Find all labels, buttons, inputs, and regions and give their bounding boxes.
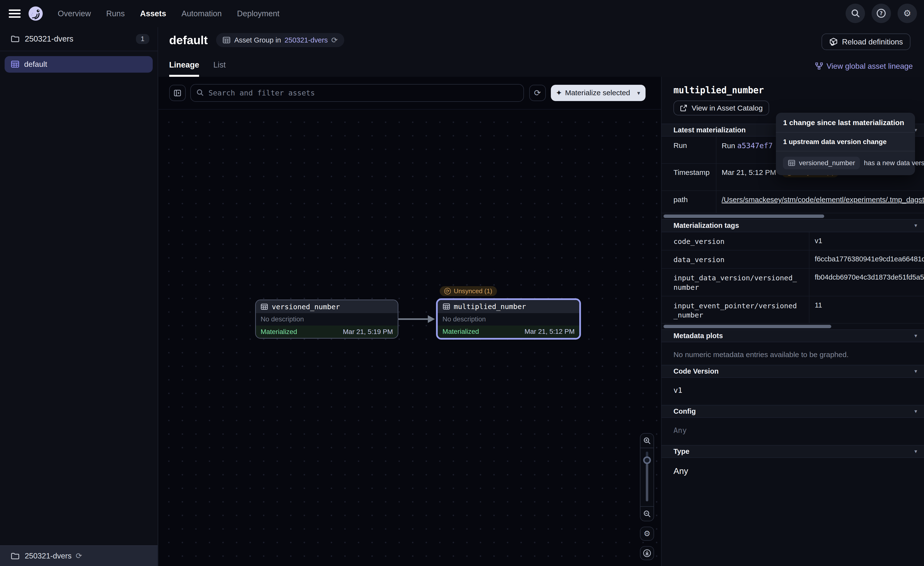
sidebar-footer-label: 250321-dvers	[25, 551, 72, 560]
asset-group-badge-link[interactable]: 250321-dvers	[285, 36, 328, 44]
asset-node-versioned-number[interactable]: versioned_number No description Material…	[255, 300, 398, 339]
nav-item-assets[interactable]: Assets	[140, 9, 166, 18]
search-icon	[850, 9, 860, 18]
materialize-selected-button[interactable]: ✦ Materialize selected ▾	[551, 85, 645, 101]
top-nav: Overview Runs Assets Automation Deployme…	[0, 0, 924, 27]
reload-definitions-icon	[829, 38, 838, 46]
changes-popup: 1 change since last materialization 1 up…	[776, 113, 915, 175]
scrollbar-thumb[interactable]	[663, 214, 825, 218]
latest-path-row: path /Users/smackesey/stm/code/elementl/…	[662, 191, 924, 213]
hamburger-menu-icon[interactable]	[9, 9, 21, 18]
nav-item-runs[interactable]: Runs	[106, 9, 124, 18]
view-global-asset-lineage-label: View global asset lineage	[826, 62, 913, 71]
collapse-caret-icon[interactable]: ▼	[914, 223, 918, 228]
timestamp-value: Mar 21, 5:12 PM	[722, 169, 776, 177]
tag-row: data_version f6ccba1776380941e9cd1ea6648…	[662, 250, 924, 269]
section-title: Config	[674, 407, 914, 415]
zoom-in-button[interactable]	[640, 434, 654, 448]
section-title: Materialization tags	[674, 221, 914, 230]
section-title: Code Version	[674, 367, 914, 375]
zoom-in-icon	[643, 437, 651, 445]
expand-sidebar-button[interactable]	[169, 85, 186, 101]
popup-message: has a new data version	[864, 159, 924, 167]
dot-grid-background	[159, 110, 661, 566]
nav-item-automation[interactable]: Automation	[182, 9, 222, 18]
tag-row: input_event_pointer/versioned_number 11	[662, 297, 924, 324]
sparkle-icon: ✦	[556, 89, 562, 98]
nav-item-overview[interactable]: Overview	[58, 9, 91, 18]
settings-button[interactable]: ⚙	[897, 4, 917, 23]
download-icon	[643, 549, 651, 557]
view-tabs: Lineage List	[169, 60, 226, 77]
asset-chip-label: versioned_number	[799, 159, 855, 167]
sync-icon: ⟳	[534, 88, 541, 98]
asset-detail-title: multiplied_number	[674, 85, 924, 95]
sidebar-item-label: default	[24, 60, 47, 69]
type-value: Any	[662, 458, 924, 487]
sidebar-item-default[interactable]: default	[4, 56, 153, 73]
help-icon	[876, 8, 886, 18]
help-button[interactable]	[872, 4, 891, 23]
zoom-slider[interactable]	[640, 448, 654, 507]
asset-detail-panel: multiplied_number View in Asset Catalog …	[661, 77, 924, 566]
horizontal-scrollbar	[662, 324, 924, 330]
download-graph-button[interactable]	[640, 546, 654, 560]
sidebar: 250321-dvers 1 default 250321-dvers ⟳	[0, 27, 158, 566]
asset-chip[interactable]: versioned_number	[783, 157, 860, 169]
run-prefix: Run	[722, 142, 735, 150]
zoom-out-button[interactable]	[640, 507, 654, 521]
sidebar-footer[interactable]: 250321-dvers ⟳	[0, 545, 158, 566]
lineage-canvas[interactable]: ⟳ ✦ Materialize selected ▾ ⟳	[159, 77, 661, 566]
popup-title: 1 change since last materialization	[783, 119, 908, 127]
lineage-graph-icon	[815, 62, 823, 70]
table-icon	[261, 303, 268, 311]
tab-lineage[interactable]: Lineage	[169, 60, 200, 77]
scrollbar-thumb[interactable]	[663, 325, 831, 328]
reload-location-icon[interactable]: ⟳	[76, 551, 82, 560]
view-global-asset-lineage-link[interactable]: View global asset lineage	[815, 62, 913, 71]
refresh-graph-button[interactable]: ⟳	[529, 85, 546, 101]
materialize-selected-label: Materialize selected	[565, 89, 630, 97]
collapse-caret-icon[interactable]: ▼	[914, 369, 918, 374]
table-icon	[788, 159, 796, 167]
reload-icon[interactable]: ⟳	[332, 36, 338, 45]
app-root: Overview Runs Assets Automation Deployme…	[0, 0, 924, 566]
asset-group-badge: Asset Group in 250321-dvers ⟳	[216, 33, 344, 47]
nav-item-deployment[interactable]: Deployment	[237, 9, 279, 18]
chevron-down-icon[interactable]: ▾	[637, 89, 640, 96]
collapse-caret-icon[interactable]: ▼	[914, 409, 918, 414]
section-materialization-tags: Materialization tags ▼	[662, 219, 924, 232]
section-title: Metadata plots	[674, 332, 914, 340]
unsynced-badge[interactable]: ⟳ Unsynced (1)	[440, 284, 497, 296]
search-icon	[196, 89, 204, 96]
asset-node-status: Materialized	[261, 328, 297, 336]
tag-key: input_event_pointer/versioned_number	[662, 297, 809, 323]
collapse-caret-icon[interactable]: ▼	[914, 449, 918, 454]
gear-icon: ⚙	[903, 8, 911, 18]
folder-icon	[10, 35, 20, 43]
collapse-caret-icon[interactable]: ▼	[914, 333, 918, 339]
tag-value: 11	[809, 297, 924, 323]
tab-list[interactable]: List	[213, 60, 226, 77]
unsynced-icon: ⟳	[444, 288, 451, 294]
sidebar-group-row[interactable]: 250321-dvers 1	[0, 27, 158, 51]
run-id-link[interactable]: a5347ef7	[737, 142, 773, 150]
reload-definitions-button[interactable]: Reload definitions	[822, 33, 910, 50]
search-button[interactable]	[846, 4, 865, 23]
graph-settings-button[interactable]: ⚙	[640, 527, 654, 541]
asset-group-icon	[10, 60, 20, 69]
section-config: Config ▼	[662, 405, 924, 418]
sidebar-group-count-badge: 1	[136, 34, 149, 44]
asset-node-multiplied-number[interactable]: multiplied_number No description Materia…	[436, 298, 581, 339]
tag-value: fb04dcb6970e4c3d1873de51fd5a5	[809, 269, 924, 296]
table-icon	[442, 303, 450, 310]
lineage-toolbar: ⟳ ✦ Materialize selected ▾	[159, 77, 661, 110]
reload-definitions-label: Reload definitions	[842, 38, 903, 47]
view-in-asset-catalog-button[interactable]: View in Asset Catalog	[674, 101, 769, 115]
config-value: Any	[662, 418, 924, 445]
path-link[interactable]: /Users/smackesey/stm/code/elementl/exper…	[716, 191, 924, 213]
zoom-slider-thumb[interactable]	[643, 456, 651, 464]
asset-search-input[interactable]	[190, 84, 524, 102]
asset-node-status: Materialized	[442, 328, 479, 336]
dagster-logo-icon[interactable]	[28, 6, 44, 22]
